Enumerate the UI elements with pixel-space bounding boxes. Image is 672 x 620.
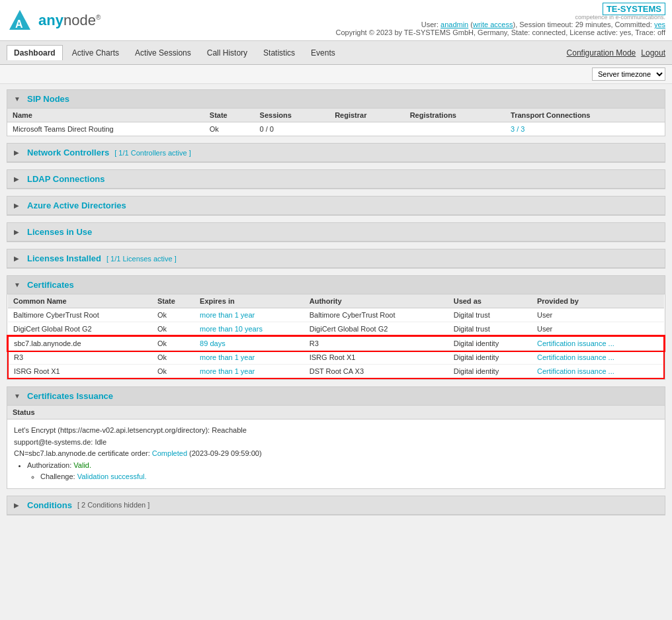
table-row: Baltimore CyberTrust Root Ok more than 1… (8, 308, 664, 322)
cert-issuance-link[interactable]: Certification issuance ... (537, 353, 614, 361)
cert-provided-by: Certification issuance ... (532, 351, 664, 365)
conditions-chevron: ▶ (14, 502, 22, 509)
cert-state: Ok (152, 365, 194, 379)
cert-col-authority: Authority (304, 294, 448, 308)
cert-name: DigiCert Global Root G2 (8, 322, 152, 337)
sip-nodes-title: SIP Nodes (27, 94, 69, 104)
issuance-line2: support@te-systems.de: Idle (14, 437, 658, 449)
col-sessions: Sessions (255, 109, 330, 122)
licenses-installed-header[interactable]: ▶ Licenses Installed [ 1/1 Licenses acti… (7, 249, 665, 268)
cert-used-as: Digital identity (448, 351, 532, 365)
cert-col-used-as: Used as (448, 294, 532, 308)
nav-item-dashboard[interactable]: Dashboard (7, 45, 63, 60)
licenses-installed-section: ▶ Licenses Installed [ 1/1 Licenses acti… (7, 249, 665, 269)
nav-item-active-charts[interactable]: Active Charts (65, 46, 126, 60)
sip-nodes-header-row: Name State Sessions Registrar Registrati… (7, 109, 665, 122)
cert-authority: R3 (304, 336, 448, 351)
cert-issuance-link[interactable]: Certification issuance ... (537, 367, 614, 375)
network-controllers-header[interactable]: ▶ Network Controllers [ 1/1 Controllers … (7, 144, 665, 162)
cert-provided-by: User (532, 308, 664, 322)
conditions-subtitle: [ 2 Conditions hidden ] (77, 501, 149, 509)
conditions-section: ▶ Conditions [ 2 Conditions hidden ] (7, 496, 665, 515)
challenge-value: Validation successful. (77, 472, 147, 480)
cert-issuance-link[interactable]: Certification issuance ... (537, 339, 614, 347)
nav-item-active-sessions[interactable]: Active Sessions (128, 46, 198, 60)
nav-left: Dashboard Active Charts Active Sessions … (7, 45, 342, 60)
cert-name: ISRG Root X1 (8, 365, 152, 379)
logout-link[interactable]: Logout (641, 48, 665, 58)
user-info-line1: User: anadmin (write access), Session ti… (336, 21, 665, 28)
sip-nodes-table: Name State Sessions Registrar Registrati… (7, 109, 665, 136)
nav-item-events[interactable]: Events (304, 46, 342, 60)
auth-label: Authorization: (27, 461, 73, 469)
sip-nodes-chevron: ▼ (14, 95, 22, 103)
issuance-completed: Completed (152, 449, 187, 457)
sip-node-state: Ok (204, 122, 255, 136)
auth-value: Valid. (73, 461, 91, 469)
toolbar: Server timezone Local timezone (0, 65, 672, 84)
logo-text: any (38, 12, 63, 28)
cert-authority: DigiCert Global Root G2 (304, 322, 448, 337)
issuance-list: Authorization: Valid. Challenge: Validat… (27, 460, 658, 483)
sip-node-registrar (329, 122, 405, 136)
cert-state: Ok (152, 351, 194, 365)
sip-node-transport: 3 / 3 (505, 122, 665, 136)
col-state: State (204, 109, 255, 122)
issuance-chevron: ▼ (14, 392, 22, 400)
certificates-header[interactable]: ▼ Certificates (7, 276, 665, 294)
user-info-line2: Copyright © 2023 by TE-SYSTEMS GmbH, Ger… (336, 28, 665, 36)
table-row: Microsoft Teams Direct Routing Ok 0 / 0 … (7, 122, 665, 136)
cert-state: Ok (152, 322, 194, 337)
logo-node-text: node® (63, 12, 101, 28)
cert-col-state: State (152, 294, 194, 308)
azure-active-directories-section: ▶ Azure Active Directories (7, 196, 665, 216)
cert-used-as: Digital trust (448, 322, 532, 337)
table-row: ISRG Root X1 Ok more than 1 year DST Roo… (8, 365, 664, 379)
user-name-link[interactable]: anadmin (441, 21, 468, 28)
nav-right: Configuration Mode Logout (567, 48, 665, 58)
cert-provided-by: Certification issuance ... (532, 365, 664, 379)
table-row: DigiCert Global Root G2 Ok more than 10 … (8, 322, 664, 337)
conditions-header[interactable]: ▶ Conditions [ 2 Conditions hidden ] (7, 496, 665, 515)
cert-authority: Baltimore CyberTrust Root (304, 308, 448, 322)
configuration-mode-link[interactable]: Configuration Mode (567, 48, 636, 58)
cert-expires: more than 1 year (194, 308, 304, 322)
azure-header[interactable]: ▶ Azure Active Directories (7, 197, 665, 215)
certificates-table: Common Name State Expires in Authority U… (7, 294, 665, 379)
licenses-installed-chevron: ▶ (14, 255, 22, 262)
issuance-date: (2023-09-29 09:59:00) (187, 449, 262, 457)
certificates-issuance-header[interactable]: ▼ Certificates Issuance (7, 387, 665, 406)
committed-link[interactable]: yes (654, 21, 665, 28)
col-registrar: Registrar (329, 109, 405, 122)
main-content: ▼ SIP Nodes Name State Sessions Registra… (0, 84, 672, 527)
timezone-select[interactable]: Server timezone Local timezone (592, 67, 665, 81)
cert-provided-by: User (532, 322, 664, 337)
ldap-connections-header[interactable]: ▶ LDAP Connections (7, 170, 665, 189)
licenses-in-use-header[interactable]: ▶ Licenses in Use (7, 223, 665, 242)
issuance-body: Let's Encrypt (https://acme-v02.api.lets… (7, 420, 665, 488)
te-systems-sub: competence in e-communications. (336, 14, 665, 21)
col-name: Name (7, 109, 204, 122)
cert-authority: DST Root CA X3 (304, 365, 448, 379)
cert-state: Ok (152, 308, 194, 322)
ldap-connections-title: LDAP Connections (27, 174, 105, 184)
licenses-in-use-title: Licenses in Use (27, 227, 92, 237)
nav-item-call-history[interactable]: Call History (200, 46, 254, 60)
nav-item-statistics[interactable]: Statistics (257, 46, 302, 60)
cert-col-provided-by: Provided by (532, 294, 664, 308)
issuance-line1: Let's Encrypt (https://acme-v02.api.lets… (14, 425, 658, 437)
cert-authority: ISRG Root X1 (304, 351, 448, 365)
sip-node-sessions: 0 / 0 (255, 122, 330, 136)
logo-area: A anynode® (7, 7, 101, 34)
sip-nodes-header[interactable]: ▼ SIP Nodes (7, 90, 665, 109)
table-row: sbc7.lab.anynode.de Ok 89 days R3 Digita… (8, 336, 664, 351)
network-controllers-subtitle: [ 1/1 Controllers active ] (114, 149, 191, 157)
licenses-installed-subtitle: [ 1/1 Licenses active ] (106, 255, 177, 263)
cert-col-expires: Expires in (194, 294, 304, 308)
cert-name: sbc7.lab.anynode.de (8, 336, 152, 351)
page-header: A anynode® TE-SYSTEMS competence in e-co… (0, 0, 672, 41)
network-controllers-title: Network Controllers (27, 148, 109, 157)
write-access-link[interactable]: write access (473, 21, 513, 28)
licenses-in-use-chevron: ▶ (14, 228, 22, 236)
transport-link[interactable]: 3 / 3 (511, 125, 525, 133)
